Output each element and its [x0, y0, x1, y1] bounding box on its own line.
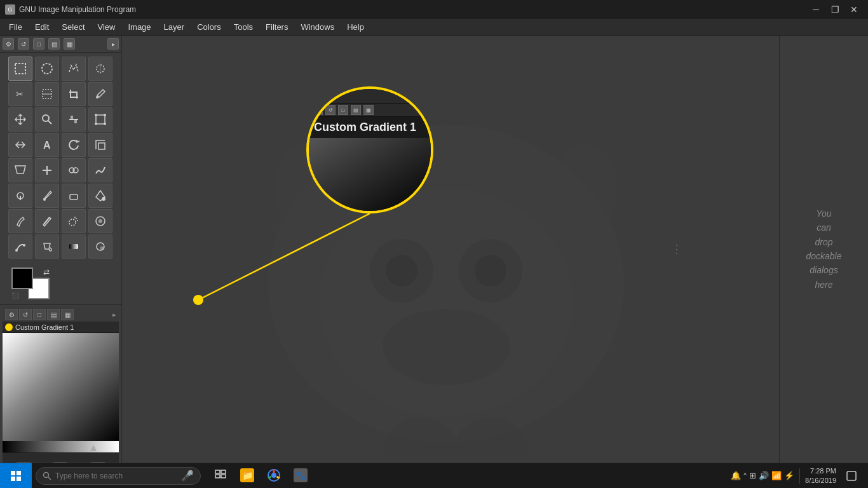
magnified-icon-bar: ⚙ ↺ □ ▤ ▦: [309, 104, 431, 117]
svg-rect-25: [70, 194, 78, 200]
tool-ink[interactable]: [8, 209, 32, 233]
tool-eraser[interactable]: [62, 184, 86, 208]
taskbar-file-explorer[interactable]: 📁: [235, 464, 259, 488]
tool-eyedropper[interactable]: [88, 82, 112, 106]
svg-point-26: [102, 197, 105, 201]
menu-image[interactable]: Image: [121, 20, 157, 34]
tool-opt-1[interactable]: ⚙: [3, 38, 14, 50]
svg-point-64: [271, 473, 276, 478]
mag-icon-4: ▤: [351, 105, 361, 115]
svg-point-30: [77, 220, 78, 221]
action-center-button[interactable]: [841, 464, 862, 488]
tool-color-select[interactable]: [35, 82, 59, 106]
svg-rect-59: [215, 470, 220, 473]
tool-convolve[interactable]: [88, 209, 112, 233]
tool-scissors[interactable]: ✂: [8, 82, 32, 106]
magnified-callout: ⚙ ↺ □ ▤ ▦ Custom Gradient 1: [306, 86, 433, 214]
menu-edit[interactable]: Edit: [29, 20, 55, 34]
menubar: FileEditSelectViewImageLayerColorsToolsF…: [0, 19, 868, 36]
tool-fill[interactable]: [88, 184, 112, 208]
network-icon[interactable]: 📶: [771, 471, 782, 480]
svg-point-28: [69, 219, 76, 226]
svg-line-9: [48, 121, 51, 124]
svg-rect-36: [69, 244, 78, 249]
windows-systray-icon[interactable]: ⊞: [749, 471, 756, 480]
taskbar-right: 🔔 ^ ⊞ 🔊 📶 ⚡ 7:28 PM 8/16/2019: [731, 464, 868, 488]
tool-dodge[interactable]: [8, 184, 32, 208]
tool-blend[interactable]: [62, 234, 86, 259]
chevron-up-icon[interactable]: ^: [743, 472, 747, 479]
tool-crop[interactable]: [62, 82, 86, 106]
grad-tab-view2[interactable]: ▤: [47, 309, 60, 320]
tool-airbrush[interactable]: [62, 209, 86, 233]
svg-point-7: [96, 96, 98, 98]
tool-rotate[interactable]: [62, 133, 86, 157]
close-button[interactable]: ✕: [845, 3, 863, 17]
titlebar-controls[interactable]: ─ ❐ ✕: [807, 3, 863, 17]
menu-windows[interactable]: Windows: [294, 20, 341, 34]
tool-opt-2[interactable]: ↺: [18, 38, 29, 50]
gradient-panel: ⚙ ↺ □ ▤ ▦ ▸ + − ⊞: [0, 304, 121, 487]
tool-move[interactable]: [8, 107, 32, 132]
tool-fuzzy-select[interactable]: [88, 57, 112, 81]
tool-smudge[interactable]: [88, 158, 112, 182]
menu-tools[interactable]: Tools: [227, 20, 259, 34]
tool-align[interactable]: [62, 107, 86, 132]
reset-colors-icon[interactable]: ⬛: [11, 292, 19, 299]
tool-transform[interactable]: [88, 107, 112, 132]
volume-icon[interactable]: 🔊: [759, 471, 769, 480]
restore-button[interactable]: ❐: [826, 3, 844, 17]
tool-path[interactable]: [8, 234, 32, 259]
tool-text[interactable]: A: [35, 133, 59, 157]
minimize-button[interactable]: ─: [807, 3, 825, 17]
tool-opt-5[interactable]: ▦: [64, 38, 75, 50]
tool-opt-4[interactable]: ▤: [48, 38, 60, 50]
svg-point-15: [104, 114, 106, 116]
tool-free-select[interactable]: [62, 57, 86, 81]
tool-flip[interactable]: [8, 133, 32, 157]
gradient-slider[interactable]: [3, 441, 119, 452]
tool-scale[interactable]: [88, 133, 112, 157]
taskbar-chrome[interactable]: [262, 464, 286, 488]
tool-heal[interactable]: [35, 158, 59, 182]
menu-colors[interactable]: Colors: [191, 20, 227, 34]
gradient-slider-handle[interactable]: [90, 445, 97, 451]
panel-collapse[interactable]: ▸: [112, 311, 116, 319]
start-button[interactable]: [0, 463, 32, 489]
battery-icon[interactable]: ⚡: [784, 471, 794, 480]
menu-view[interactable]: View: [92, 20, 122, 34]
tool-pencil[interactable]: [35, 209, 59, 233]
menu-layer[interactable]: Layer: [158, 20, 191, 34]
tool-ellipse-select[interactable]: [35, 57, 59, 81]
tool-magnify[interactable]: [35, 107, 59, 132]
fg-color-swatch[interactable]: [11, 268, 33, 289]
notifications-icon[interactable]: 🔔: [731, 471, 741, 480]
tool-perspective[interactable]: [8, 158, 32, 182]
taskbar-gimp[interactable]: 🐾: [288, 464, 313, 488]
grad-tab-settings[interactable]: ⚙: [5, 309, 18, 320]
grad-tab-view1[interactable]: □: [33, 309, 46, 320]
svg-point-16: [104, 123, 106, 125]
menu-select[interactable]: Select: [55, 20, 91, 34]
tool-dodge-2[interactable]: [88, 234, 112, 259]
tool-bucket[interactable]: [35, 234, 59, 259]
taskbar-task-view[interactable]: [208, 464, 233, 488]
clock[interactable]: 7:28 PM 8/16/2019: [805, 466, 836, 485]
svg-rect-61: [215, 475, 220, 478]
menu-file[interactable]: File: [3, 20, 29, 34]
grad-tab-undo[interactable]: ↺: [19, 309, 32, 320]
grad-tab-view3[interactable]: ▦: [61, 309, 74, 320]
tool-opt-expand[interactable]: ▸: [107, 38, 119, 50]
mag-icon-5: ▦: [363, 105, 374, 115]
gradient-name-input[interactable]: [15, 323, 116, 331]
tool-opt-3[interactable]: □: [33, 38, 44, 50]
tool-rect-select[interactable]: [8, 57, 32, 81]
microphone-icon[interactable]: 🎤: [181, 470, 194, 482]
menu-help[interactable]: Help: [341, 20, 370, 34]
swap-colors-icon[interactable]: ⇄: [43, 268, 50, 276]
tool-clone[interactable]: [62, 158, 86, 182]
search-bar[interactable]: 🎤: [36, 467, 201, 485]
search-input[interactable]: [55, 471, 177, 480]
menu-filters[interactable]: Filters: [259, 20, 294, 34]
tool-paintbrush[interactable]: [35, 184, 59, 208]
